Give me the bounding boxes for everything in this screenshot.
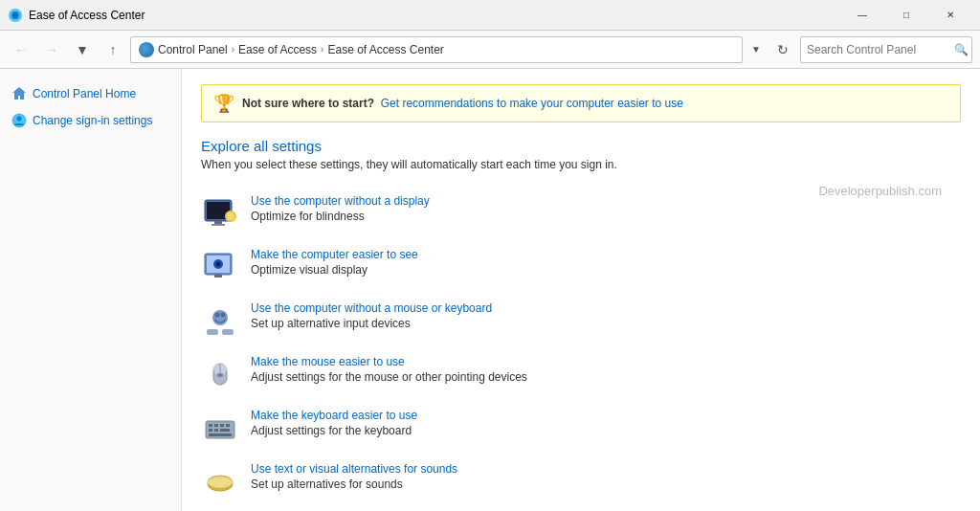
sidebar-home-label[interactable]: Control Panel Home	[33, 87, 136, 100]
setting-icon-mouse	[201, 355, 239, 393]
app-icon	[8, 8, 23, 23]
setting-icon-no-mouse-keyboard	[201, 301, 239, 340]
signin-icon	[11, 113, 27, 128]
setting-text-sound: Use text or visual alternatives for soun…	[251, 462, 961, 491]
setting-desc-display: Optimize for blindness	[251, 210, 365, 223]
svg-point-15	[217, 263, 220, 266]
setting-icon-display	[201, 194, 239, 233]
recent-locations-button[interactable]: ▼	[69, 36, 96, 63]
setting-link-sound[interactable]: Use text or visual alternatives for soun…	[251, 462, 961, 476]
address-field[interactable]: Control Panel › Ease of Access › Ease of…	[130, 36, 743, 63]
svg-rect-31	[209, 429, 212, 432]
main-layout: Control Panel Home Change sign-in settin…	[0, 69, 980, 511]
section-title: Explore all settings	[201, 138, 961, 154]
svg-rect-30	[226, 424, 230, 427]
breadcrumb-arrow-1: ›	[232, 44, 234, 55]
maximize-button[interactable]: □	[884, 0, 928, 31]
search-input[interactable]	[807, 43, 950, 56]
banner-prefix: Not sure where to start?	[242, 97, 374, 110]
setting-desc-keyboard: Adjust settings for the keyboard	[251, 424, 412, 437]
sidebar: Control Panel Home Change sign-in settin…	[0, 69, 182, 511]
home-icon	[11, 86, 27, 101]
setting-desc-sound: Set up alternatives for sounds	[251, 478, 403, 491]
content-area: Developerpublish.com 🏆 Not sure where to…	[182, 69, 980, 511]
setting-item-keyboard: Make the keyboard easier to use Adjust s…	[201, 401, 961, 455]
setting-icon-easier-to-see	[201, 248, 239, 286]
setting-link-display[interactable]: Use the computer without a display	[251, 194, 961, 208]
sidebar-item-home[interactable]: Control Panel Home	[0, 80, 181, 107]
svg-rect-33	[220, 429, 230, 432]
svg-rect-7	[214, 221, 222, 224]
minimize-button[interactable]: —	[840, 0, 884, 31]
svg-rect-8	[212, 224, 225, 226]
banner-link[interactable]: Get recommendations to make your compute…	[381, 97, 683, 110]
svg-point-37	[208, 478, 233, 487]
title-bar: Ease of Access Center — □ ✕	[0, 0, 980, 31]
setting-text-keyboard: Make the keyboard easier to use Adjust s…	[251, 409, 961, 437]
setting-link-keyboard[interactable]: Make the keyboard easier to use	[251, 409, 961, 422]
setting-link-no-mouse-keyboard[interactable]: Use the computer without a mouse or keyb…	[251, 301, 961, 315]
setting-desc-mouse: Adjust settings for the mouse or other p…	[251, 370, 527, 384]
svg-rect-29	[220, 424, 224, 427]
close-button[interactable]: ✕	[928, 0, 972, 31]
breadcrumb-ease-of-access[interactable]: Ease of Access	[238, 43, 317, 56]
sidebar-signin-label[interactable]: Change sign-in settings	[33, 114, 152, 127]
breadcrumb-arrow-2: ›	[321, 44, 323, 55]
svg-rect-34	[209, 433, 232, 436]
setting-text-no-mouse-keyboard: Use the computer without a mouse or keyb…	[251, 301, 961, 330]
svg-rect-28	[214, 424, 218, 427]
setting-icon-sound	[201, 462, 239, 500]
setting-desc-no-mouse-keyboard: Set up alternative input devices	[251, 317, 411, 330]
svg-rect-25	[217, 373, 223, 377]
setting-item-sound: Use text or visual alternatives for soun…	[201, 455, 961, 508]
refresh-button[interactable]: ↻	[769, 36, 796, 63]
setting-icon-keyboard	[201, 409, 239, 447]
svg-point-19	[221, 313, 226, 318]
up-button[interactable]: ↑	[100, 36, 126, 63]
search-icon[interactable]: 🔍	[954, 41, 969, 58]
banner-text: Not sure where to start? Get recommendat…	[242, 97, 683, 110]
svg-rect-32	[214, 429, 218, 432]
forward-button[interactable]: →	[38, 36, 65, 63]
window-title: Ease of Access Center	[29, 9, 840, 22]
sidebar-item-signin[interactable]: Change sign-in settings	[0, 107, 181, 134]
svg-point-4	[17, 117, 22, 122]
setting-text-easier-to-see: Make the computer easier to see Optimize…	[251, 248, 961, 277]
setting-item-mouse: Make the mouse easier to use Adjust sett…	[201, 347, 961, 401]
svg-rect-20	[207, 329, 218, 335]
setting-desc-easier-to-see: Optimize visual display	[251, 263, 368, 277]
svg-rect-21	[222, 329, 234, 335]
svg-point-10	[227, 212, 234, 220]
setting-item-no-mouse-keyboard: Use the computer without a mouse or keyb…	[201, 294, 961, 347]
globe-icon	[139, 42, 154, 57]
breadcrumb-current: Ease of Access Center	[327, 43, 443, 56]
svg-point-2	[13, 13, 17, 17]
address-bar: ← → ▼ ↑ Control Panel › Ease of Access ›…	[0, 31, 980, 69]
search-box[interactable]: 🔍	[800, 36, 972, 63]
setting-item-easier-to-see: Make the computer easier to see Optimize…	[201, 240, 961, 294]
window-controls: — □ ✕	[840, 0, 972, 31]
setting-link-mouse[interactable]: Make the mouse easier to use	[251, 355, 961, 368]
banner: 🏆 Not sure where to start? Get recommend…	[201, 84, 961, 122]
banner-icon: 🏆	[213, 93, 234, 114]
settings-list: Use the computer without a display Optim…	[201, 187, 961, 511]
svg-rect-27	[209, 424, 212, 427]
breadcrumb: Control Panel › Ease of Access › Ease of…	[158, 43, 444, 56]
address-dropdown-button[interactable]: ▼	[746, 36, 766, 63]
setting-link-easier-to-see[interactable]: Make the computer easier to see	[251, 248, 961, 261]
svg-rect-16	[214, 275, 222, 278]
setting-text-mouse: Make the mouse easier to use Adjust sett…	[251, 355, 961, 384]
setting-text-display: Use the computer without a display Optim…	[251, 194, 961, 223]
setting-item-display: Use the computer without a display Optim…	[201, 187, 961, 240]
svg-point-18	[215, 313, 220, 318]
breadcrumb-control-panel[interactable]: Control Panel	[158, 43, 228, 56]
section-subtitle: When you select these settings, they wil…	[201, 158, 961, 171]
back-button[interactable]: ←	[8, 36, 34, 63]
